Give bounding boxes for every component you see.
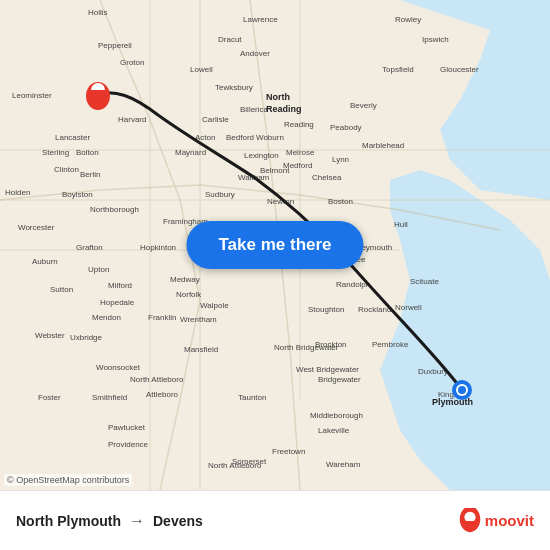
- city-label-boylston: Boylston: [62, 190, 93, 199]
- city-label-peabody: Peabody: [330, 123, 362, 132]
- city-label-north-reading: North: [266, 92, 290, 102]
- city-label-north-attleboro: North Attleboro: [130, 375, 184, 384]
- footer: North Plymouth → Devens moovit: [0, 490, 550, 550]
- city-label-rowley: Rowley: [395, 15, 421, 24]
- city-label-bridgewater: Bridgewater: [318, 375, 361, 384]
- city-label-woonsocket: Woonsocket: [96, 363, 141, 372]
- city-label-webster: Webster: [35, 331, 65, 340]
- city-label-sutton: Sutton: [50, 285, 73, 294]
- city-label-norfolk: Norfolk: [176, 290, 202, 299]
- map-attribution: © OpenStreetMap contributors: [4, 474, 132, 486]
- city-label-sterling: Sterling: [42, 148, 69, 157]
- city-label-medford: Medford: [283, 161, 312, 170]
- city-label-lowell: Lowell: [190, 65, 213, 74]
- city-label-maynard: Maynard: [175, 148, 206, 157]
- city-label-lancaster: Lancaster: [55, 133, 90, 142]
- city-label-bedford: Bedford: [226, 133, 254, 142]
- city-label-uxbridge: Uxbridge: [70, 333, 103, 342]
- city-label-north-attleboro-lower: North Attleboro: [208, 461, 262, 470]
- city-label-mansfield: Mansfield: [184, 345, 218, 354]
- city-label-bolton: Bolton: [76, 148, 99, 157]
- city-label-brockton: Brockton: [315, 340, 347, 349]
- city-label-providence: Providence: [108, 440, 149, 449]
- city-label-wareham: Wareham: [326, 460, 361, 469]
- moovit-pin-icon: [459, 508, 481, 534]
- origin-label: North Plymouth: [16, 513, 121, 529]
- city-label-plymouth: Plymouth: [432, 397, 473, 407]
- city-label-north-reading2: Reading: [266, 104, 302, 114]
- moovit-logo: moovit: [459, 508, 534, 534]
- city-label-reading: Reading: [284, 120, 314, 129]
- city-label-pawtucket: Pawtucket: [108, 423, 146, 432]
- city-label-dracut: Dracut: [218, 35, 242, 44]
- city-label-groton: Groton: [120, 58, 144, 67]
- city-label-auburn: Auburn: [32, 257, 58, 266]
- city-label-leominster: Leominster: [12, 91, 52, 100]
- take-me-there-button[interactable]: Take me there: [186, 221, 363, 269]
- map-container: Lawrence Hollis Pepperell Groton Lowell …: [0, 0, 550, 490]
- city-label-medway: Medway: [170, 275, 200, 284]
- city-label-upton: Upton: [88, 265, 109, 274]
- city-label-tewksbury: Tewksbury: [215, 83, 253, 92]
- city-label-lakeville: Lakeville: [318, 426, 350, 435]
- city-label-wrentham: Wrentham: [180, 315, 217, 324]
- city-label-hopkinton: Hopkinton: [140, 243, 176, 252]
- city-label-carlisle: Carlisle: [202, 115, 229, 124]
- city-label-middleborough: Middleborough: [310, 411, 363, 420]
- city-label-harvard: Harvard: [118, 115, 146, 124]
- city-label-lexington: Lexington: [244, 151, 279, 160]
- city-label-woburn: Woburn: [256, 133, 284, 142]
- moovit-text: moovit: [485, 512, 534, 529]
- city-label-clinton: Clinton: [54, 165, 79, 174]
- city-label-ipswich: Ipswich: [422, 35, 449, 44]
- city-label-foster: Foster: [38, 393, 61, 402]
- city-label-hollis: Hollis: [88, 8, 108, 17]
- city-label-chelsea: Chelsea: [312, 173, 342, 182]
- city-label-stoughton: Stoughton: [308, 305, 344, 314]
- city-label-andover: Andover: [240, 49, 270, 58]
- city-label-freetown: Freetown: [272, 447, 305, 456]
- arrow-right-icon: →: [129, 512, 145, 530]
- route-info: North Plymouth → Devens: [16, 512, 203, 530]
- city-label-pepperell: Pepperell: [98, 41, 132, 50]
- city-label-northborough: Northborough: [90, 205, 139, 214]
- city-label-hull: Hull: [394, 220, 408, 229]
- city-label-franklin: Franklin: [148, 313, 176, 322]
- city-label-beverly: Beverly: [350, 101, 377, 110]
- city-label-marblehead: Marblehead: [362, 141, 404, 150]
- city-label-taunton: Taunton: [238, 393, 266, 402]
- city-label-smithfield: Smithfield: [92, 393, 127, 402]
- city-label-lawrence: Lawrence: [243, 15, 278, 24]
- origin-marker-center: [458, 386, 466, 394]
- city-label-lynn: Lynn: [332, 155, 349, 164]
- city-label-holden: Holden: [5, 188, 30, 197]
- city-label-sudbury: Sudbury: [205, 190, 235, 199]
- city-label-worcester: Worcester: [18, 223, 55, 232]
- city-label-pembroke: Pembroke: [372, 340, 409, 349]
- city-label-berlin: Berlin: [80, 170, 100, 179]
- city-label-grafton: Grafton: [76, 243, 103, 252]
- city-label-boston: Boston: [328, 197, 353, 206]
- city-label-topsfield: Topsfield: [382, 65, 414, 74]
- city-label-rockland: Rockland: [358, 305, 391, 314]
- city-label-scituate: Scituate: [410, 277, 439, 286]
- city-label-billerica: Billerica: [240, 105, 269, 114]
- city-label-west-bridgewater: West Bridgewater: [296, 365, 359, 374]
- destination-label: Devens: [153, 513, 203, 529]
- city-label-melrose: Melrose: [286, 148, 315, 157]
- city-label-walpole: Walpole: [200, 301, 229, 310]
- city-label-milford: Milford: [108, 281, 132, 290]
- city-label-attleboro: Attleboro: [146, 390, 179, 399]
- city-label-mendon: Mendon: [92, 313, 121, 322]
- city-label-hopedale: Hopedale: [100, 298, 135, 307]
- city-label-norwell: Norwell: [395, 303, 422, 312]
- city-label-gloucester: Gloucester: [440, 65, 479, 74]
